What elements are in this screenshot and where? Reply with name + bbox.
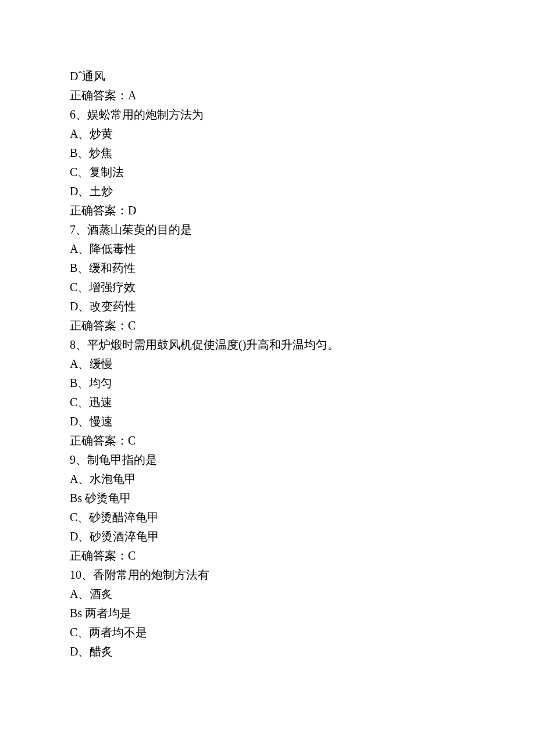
option-line: Bs 砂烫龟甲 xyxy=(70,489,465,508)
option-line: C、复制法 xyxy=(70,163,465,182)
option-line: D、土炒 xyxy=(70,182,465,201)
option-line: Bs 两者均是 xyxy=(70,604,465,623)
option-line: C、增强疗效 xyxy=(70,278,465,297)
question-line: 9、制龟甲指的是 xyxy=(70,450,465,470)
option-line: A、炒黄 xyxy=(70,124,465,144)
answer-line: 正确答案：C xyxy=(70,316,465,335)
option-line: B、炒焦 xyxy=(70,144,465,163)
option-line: C、砂烫醋淬龟甲 xyxy=(70,508,465,527)
option-line: D、砂烫酒淬龟甲 xyxy=(70,527,465,546)
answer-line: 正确答案：D xyxy=(70,201,465,220)
text-line: Dˆ通风 xyxy=(70,67,465,86)
option-line: D、醋炙 xyxy=(70,642,465,661)
option-line: A、水泡龟甲 xyxy=(70,470,465,489)
option-line: A、降低毒性 xyxy=(70,239,465,259)
option-line: D、慢速 xyxy=(70,412,465,431)
question-line: 8、平炉煅时需用鼓风机促使温度()升高和升温均匀。 xyxy=(70,335,465,354)
option-line: B、均匀 xyxy=(70,374,465,393)
option-line: D、改变药性 xyxy=(70,297,465,316)
answer-line: 正确答案：C xyxy=(70,431,465,450)
option-line: C、两者均不是 xyxy=(70,623,465,642)
question-line: 7、酒蒸山茱萸的目的是 xyxy=(70,220,465,239)
answer-line: 正确答案：C xyxy=(70,546,465,565)
question-line: 6、娱蚣常用的炮制方法为 xyxy=(70,105,465,124)
option-line: A、缓慢 xyxy=(70,354,465,374)
option-line: B、缓和药性 xyxy=(70,259,465,278)
option-line: C、迅速 xyxy=(70,393,465,412)
question-line: 10、香附常用的炮制方法有 xyxy=(70,565,465,585)
option-line: A、酒炙 xyxy=(70,585,465,604)
answer-line: 正确答案：A xyxy=(70,86,465,105)
